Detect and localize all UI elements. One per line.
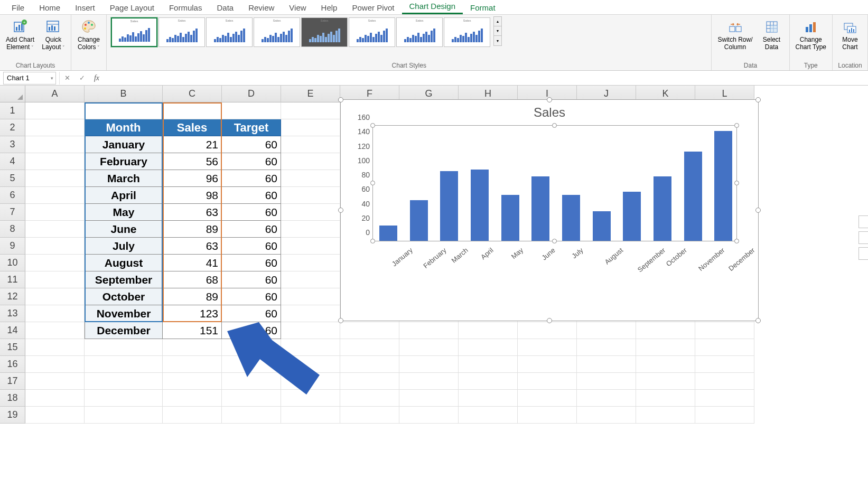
cell-H16[interactable] xyxy=(459,356,518,373)
name-box[interactable]: Chart 1 xyxy=(3,72,56,85)
bar-june[interactable] xyxy=(531,176,549,241)
tab-page-layout[interactable]: Page Layout xyxy=(102,1,162,14)
chart-style-5[interactable]: Sales xyxy=(301,17,348,47)
bar-may[interactable] xyxy=(501,195,519,241)
cell-K17[interactable] xyxy=(636,373,695,390)
row-header-11[interactable]: 11 xyxy=(0,271,25,288)
cell-C14[interactable]: 151 xyxy=(163,322,222,339)
bar-october[interactable] xyxy=(654,176,671,241)
cell-C5[interactable]: 96 xyxy=(163,170,222,187)
cell-I18[interactable] xyxy=(518,390,577,407)
resize-handle-sw[interactable] xyxy=(338,318,343,323)
cell-A17[interactable] xyxy=(25,373,85,390)
tab-view[interactable]: View xyxy=(282,1,313,14)
column-header-C[interactable]: C xyxy=(163,86,222,102)
row-header-5[interactable]: 5 xyxy=(0,170,25,187)
cell-F16[interactable] xyxy=(340,356,399,373)
row-header-17[interactable]: 17 xyxy=(0,373,25,390)
cell-A14[interactable] xyxy=(25,322,85,339)
chart-style-6[interactable]: Sales xyxy=(349,17,395,47)
formula-enter-button[interactable]: ✓ xyxy=(74,72,89,85)
tab-chart-design[interactable]: Chart Design xyxy=(402,0,463,14)
cell-L17[interactable] xyxy=(695,373,754,390)
cell-A6[interactable] xyxy=(25,187,85,204)
cell-E4[interactable] xyxy=(281,153,340,170)
chart-elements-button[interactable] xyxy=(858,215,868,228)
worksheet-grid[interactable]: ABCDEFGHIJKL12MonthSalesTarget3January21… xyxy=(0,86,868,488)
cell-I15[interactable] xyxy=(518,339,577,356)
cell-L18[interactable] xyxy=(695,390,754,407)
cell-B14[interactable]: December xyxy=(85,322,163,339)
cell-C9[interactable]: 63 xyxy=(163,238,222,255)
cell-I17[interactable] xyxy=(518,373,577,390)
cell-A5[interactable] xyxy=(25,170,85,187)
cell-B2[interactable]: Month xyxy=(85,119,163,136)
column-header-B[interactable]: B xyxy=(85,86,163,102)
cell-B8[interactable]: June xyxy=(85,221,163,238)
gallery-down-button[interactable]: ▾ xyxy=(494,26,501,36)
cell-L19[interactable] xyxy=(695,407,754,424)
row-header-13[interactable]: 13 xyxy=(0,305,25,322)
cell-E5[interactable] xyxy=(281,170,340,187)
cell-E6[interactable] xyxy=(281,187,340,204)
cell-H18[interactable] xyxy=(459,390,518,407)
resize-handle-w[interactable] xyxy=(338,208,343,213)
plot-handle[interactable] xyxy=(734,181,739,185)
cell-D8[interactable]: 60 xyxy=(222,221,281,238)
cell-E10[interactable] xyxy=(281,255,340,271)
formula-cancel-button[interactable]: ✕ xyxy=(60,72,74,85)
cell-C19[interactable] xyxy=(163,407,222,424)
column-header-E[interactable]: E xyxy=(281,86,340,102)
cell-I19[interactable] xyxy=(518,407,577,424)
row-header-1[interactable]: 1 xyxy=(0,102,25,119)
cell-C18[interactable] xyxy=(163,390,222,407)
cell-L14[interactable] xyxy=(695,322,754,339)
resize-handle-s[interactable] xyxy=(547,318,552,323)
chart-style-4[interactable]: Sales xyxy=(254,17,300,47)
cell-D6[interactable]: 60 xyxy=(222,187,281,204)
cell-H19[interactable] xyxy=(459,407,518,424)
cell-A4[interactable] xyxy=(25,153,85,170)
cell-D19[interactable] xyxy=(222,407,281,424)
resize-handle-ne[interactable] xyxy=(755,97,761,102)
bar-december[interactable] xyxy=(714,131,732,241)
gallery-up-button[interactable]: ▴ xyxy=(494,17,501,26)
cell-E9[interactable] xyxy=(281,238,340,255)
chart-filters-button[interactable] xyxy=(858,247,868,260)
column-header-D[interactable]: D xyxy=(222,86,281,102)
bar-september[interactable] xyxy=(623,192,641,241)
cell-B18[interactable] xyxy=(85,390,163,407)
row-header-6[interactable]: 6 xyxy=(0,187,25,204)
cell-G18[interactable] xyxy=(399,390,459,407)
cell-B13[interactable]: November xyxy=(85,305,163,322)
row-header-16[interactable]: 16 xyxy=(0,356,25,373)
cell-G17[interactable] xyxy=(399,373,459,390)
move-chart-button[interactable]: Move Chart xyxy=(836,16,864,53)
row-header-8[interactable]: 8 xyxy=(0,221,25,238)
chart-style-7[interactable]: Sales xyxy=(396,17,443,47)
cell-I16[interactable] xyxy=(518,356,577,373)
cell-C6[interactable]: 98 xyxy=(163,187,222,204)
cell-K15[interactable] xyxy=(636,339,695,356)
cell-A12[interactable] xyxy=(25,288,85,305)
chart-style-3[interactable]: Sales xyxy=(206,17,253,47)
cell-B1[interactable] xyxy=(85,102,163,119)
cell-A10[interactable] xyxy=(25,255,85,271)
chart-style-1[interactable]: Sales xyxy=(111,17,157,47)
cell-G15[interactable] xyxy=(399,339,459,356)
cell-E2[interactable] xyxy=(281,119,340,136)
bar-july[interactable] xyxy=(562,195,580,241)
cell-C12[interactable]: 89 xyxy=(163,288,222,305)
cell-A2[interactable] xyxy=(25,119,85,136)
cell-J17[interactable] xyxy=(577,373,636,390)
row-header-4[interactable]: 4 xyxy=(0,153,25,170)
cell-B9[interactable]: July xyxy=(85,238,163,255)
bar-march[interactable] xyxy=(440,171,458,241)
tab-formulas[interactable]: Formulas xyxy=(162,1,210,14)
insert-function-button[interactable]: fx xyxy=(89,72,104,85)
plot-handle[interactable] xyxy=(734,123,739,128)
cell-A1[interactable] xyxy=(25,102,85,119)
cell-J18[interactable] xyxy=(577,390,636,407)
cell-C13[interactable]: 123 xyxy=(163,305,222,322)
plot-area[interactable]: 020406080100120140160JanuaryFebruaryMarc… xyxy=(372,125,737,241)
